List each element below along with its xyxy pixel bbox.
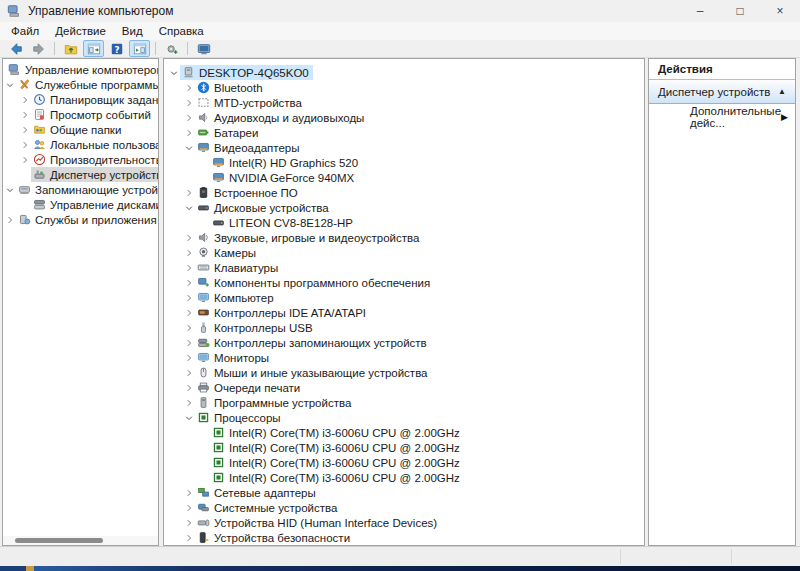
tree-item[interactable]: Intel(R) Core(TM) i3-6006U CPU @ 2.00GHz: [164, 440, 644, 455]
chevron-right-icon[interactable]: [182, 533, 195, 543]
tree-item[interactable]: Программные устройства: [164, 395, 644, 410]
tree-item[interactable]: Мыши и иные указывающие устройства: [164, 365, 644, 380]
tree-item[interactable]: Устройства безопасности: [164, 530, 644, 545]
tree-item[interactable]: Bluetooth: [164, 80, 644, 95]
tree-item[interactable]: Intel(R) HD Graphics 520: [164, 155, 644, 170]
chevron-down-icon[interactable]: [167, 68, 180, 78]
chevron-right-icon[interactable]: [182, 353, 195, 363]
show-action-pane-button[interactable]: [129, 40, 150, 57]
chevron-right-icon[interactable]: [182, 83, 195, 93]
chevron-right-icon[interactable]: [182, 398, 195, 408]
actions-group-device-manager[interactable]: Диспетчер устройств ▲: [649, 80, 795, 104]
tree-item[interactable]: Звуковые, игровые и видеоустройства: [164, 230, 644, 245]
tree-item-label: Очереди печати: [214, 382, 300, 394]
chevron-right-icon[interactable]: [182, 293, 195, 303]
tree-item[interactable]: Просмотр событий: [3, 107, 158, 122]
chevron-right-icon[interactable]: [3, 215, 16, 225]
tree-item[interactable]: Аудиовходы и аудиовыходы: [164, 110, 644, 125]
tree-item[interactable]: Управление дисками: [3, 197, 158, 212]
chevron-right-icon[interactable]: [18, 125, 31, 135]
chevron-right-icon[interactable]: [182, 518, 195, 528]
tree-item[interactable]: Процессоры: [164, 410, 644, 425]
chevron-right-icon[interactable]: [182, 98, 195, 108]
forward-button[interactable]: [28, 40, 49, 57]
chevron-right-icon[interactable]: [18, 95, 31, 105]
tree-item[interactable]: LITEON CV8-8E128-HP: [164, 215, 644, 230]
menu-action[interactable]: Действие: [47, 23, 114, 39]
export-list-button[interactable]: [161, 40, 182, 57]
tree-item[interactable]: Батареи: [164, 125, 644, 140]
menu-help[interactable]: Справка: [151, 23, 212, 39]
maximize-button[interactable]: □: [720, 0, 760, 22]
horizontal-scrollbar[interactable]: [3, 536, 158, 545]
tree-item[interactable]: NVIDIA GeForce 940MX: [164, 170, 644, 185]
tree-item[interactable]: Мониторы: [164, 350, 644, 365]
toolbar-separator: [155, 42, 156, 55]
chevron-right-icon[interactable]: [182, 503, 195, 513]
chevron-right-icon[interactable]: [182, 113, 195, 123]
tree-item[interactable]: Клавиатуры: [164, 260, 644, 275]
tree-item[interactable]: Контроллеры IDE ATA/ATAPI: [164, 305, 644, 320]
menu-view[interactable]: Вид: [114, 23, 151, 39]
tree-item[interactable]: Системные устройства: [164, 500, 644, 515]
tree-item-label: Камеры: [214, 247, 256, 259]
tree-item[interactable]: Дисковые устройства: [164, 200, 644, 215]
tree-item[interactable]: Управление компьютером (лс: [3, 62, 158, 77]
up-level-button[interactable]: [60, 40, 81, 57]
tree-item[interactable]: Сетевые адаптеры: [164, 485, 644, 500]
tree-item[interactable]: Intel(R) Core(TM) i3-6006U CPU @ 2.00GHz: [164, 455, 644, 470]
chevron-right-icon[interactable]: [18, 140, 31, 150]
chevron-right-icon[interactable]: [182, 338, 195, 348]
tree-item[interactable]: Очереди печати: [164, 380, 644, 395]
tree-item[interactable]: DESKTOP-4Q65KO0: [164, 65, 644, 80]
help-button[interactable]: ?: [106, 40, 127, 57]
menu-file[interactable]: Файл: [3, 23, 47, 39]
minimize-button[interactable]: –: [680, 0, 720, 22]
chevron-right-icon[interactable]: [182, 278, 195, 288]
tree-item[interactable]: Компьютер: [164, 290, 644, 305]
chevron-down-icon[interactable]: [3, 185, 16, 195]
tree-item[interactable]: Intel(R) Core(TM) i3-6006U CPU @ 2.00GHz: [164, 470, 644, 485]
chevron-down-icon[interactable]: [182, 203, 195, 213]
chevron-right-icon[interactable]: [182, 368, 195, 378]
chevron-down-icon[interactable]: [3, 80, 16, 90]
chevron-right-icon[interactable]: [182, 488, 195, 498]
chevron-down-icon[interactable]: [182, 413, 195, 423]
tree-item[interactable]: Intel(R) Core(TM) i3-6006U CPU @ 2.00GHz: [164, 425, 644, 440]
tree-item[interactable]: Диспетчер устройств: [3, 167, 158, 182]
back-button[interactable]: [5, 40, 26, 57]
chevron-right-icon[interactable]: [182, 383, 195, 393]
tree-item[interactable]: Контроллеры запоминающих устройств: [164, 335, 644, 350]
actions-item-more-actions[interactable]: Дополнительные дейс... ▶: [649, 104, 795, 130]
chevron-right-icon[interactable]: [182, 188, 195, 198]
tree-item[interactable]: Производительность: [3, 152, 158, 167]
tree-item[interactable]: Камеры: [164, 245, 644, 260]
tree-item[interactable]: Встроенное ПО: [164, 185, 644, 200]
scrollbar-thumb[interactable]: [15, 538, 103, 543]
tree-item[interactable]: Запоминающие устройств: [3, 182, 158, 197]
chevron-right-icon[interactable]: [182, 128, 195, 138]
chevron-right-icon[interactable]: [18, 155, 31, 165]
chevron-right-icon[interactable]: [182, 263, 195, 273]
tree-item[interactable]: Планировщик заданий: [3, 92, 158, 107]
tree-item[interactable]: Служебные программы: [3, 77, 158, 92]
tree-item[interactable]: Контроллеры USB: [164, 320, 644, 335]
chevron-right-icon[interactable]: [182, 248, 195, 258]
tree-item[interactable]: Компоненты программного обеспечения: [164, 275, 644, 290]
collapse-icon[interactable]: ▲: [778, 87, 786, 96]
tree-item[interactable]: Службы и приложения: [3, 212, 158, 227]
chevron-right-icon[interactable]: [182, 233, 195, 243]
tree-item[interactable]: Видеоадаптеры: [164, 140, 644, 155]
tree-item[interactable]: Устройства HID (Human Interface Devices): [164, 515, 644, 530]
tree-item-label: Управление дисками: [50, 199, 159, 211]
chevron-right-icon[interactable]: [182, 308, 195, 318]
show-console-tree-button[interactable]: [83, 40, 104, 57]
remote-monitor-button[interactable]: [193, 40, 214, 57]
close-button[interactable]: ×: [760, 0, 800, 22]
tree-item[interactable]: Общие папки: [3, 122, 158, 137]
chevron-down-icon[interactable]: [182, 143, 195, 153]
chevron-right-icon[interactable]: [18, 110, 31, 120]
tree-item[interactable]: MTD-устройства: [164, 95, 644, 110]
chevron-right-icon[interactable]: [182, 323, 195, 333]
tree-item[interactable]: Локальные пользовате: [3, 137, 158, 152]
